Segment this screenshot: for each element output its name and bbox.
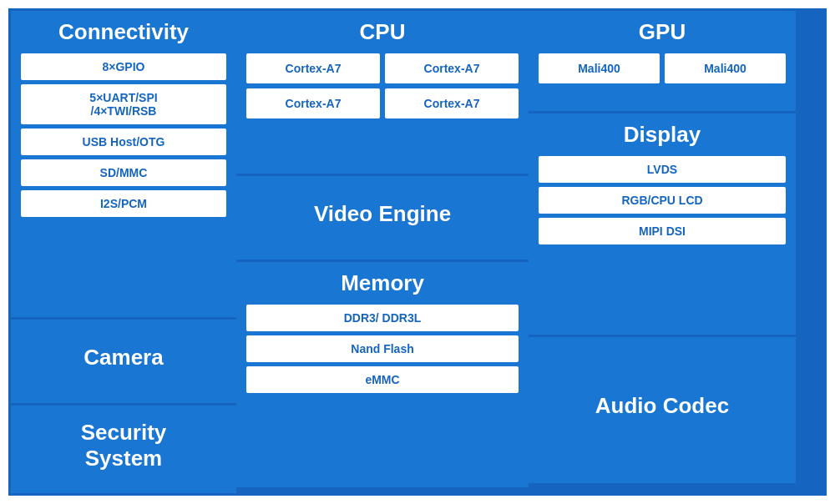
audio-title: Audio Codec — [595, 393, 729, 419]
gpu-item-0: Mali400 — [539, 53, 660, 83]
video-engine-block: Video Engine — [236, 176, 529, 260]
display-item-0: LVDS — [539, 156, 786, 183]
memory-title: Memory — [341, 270, 424, 296]
memory-item-0: DDR3/ DDR3L — [246, 305, 519, 331]
cpu-core-2: Cortex-A7 — [246, 88, 380, 118]
audio-block: Audio Codec — [529, 337, 796, 483]
cpu-block: CPU Cortex-A7 Cortex-A7 Cortex-A7 Cortex… — [236, 11, 529, 174]
connectivity-item-4: I2S/PCM — [21, 190, 226, 217]
gpu-grid: Mali400 Mali400 — [539, 53, 786, 83]
gpu-title: GPU — [639, 19, 686, 45]
connectivity-title: Connectivity — [58, 19, 189, 45]
gpu-item-1: Mali400 — [665, 53, 786, 83]
video-engine-title: Video Engine — [314, 201, 451, 227]
camera-title: Camera — [84, 345, 163, 370]
display-item-1: RGB/CPU LCD — [539, 187, 786, 214]
left-column: Connectivity 8×GPIO 5×UART/SPI /4×TWI/RS… — [11, 11, 236, 493]
display-title: Display — [624, 122, 701, 148]
connectivity-item-3: SD/MMC — [21, 159, 226, 186]
cpu-core-0: Cortex-A7 — [246, 53, 380, 83]
security-block: Security System — [11, 406, 236, 493]
cpu-cores-grid: Cortex-A7 Cortex-A7 Cortex-A7 Cortex-A7 — [246, 53, 519, 118]
connectivity-item-1: 5×UART/SPI /4×TWI/RSB — [21, 84, 226, 124]
connectivity-block: Connectivity 8×GPIO 5×UART/SPI /4×TWI/RS… — [11, 11, 236, 317]
memory-list: DDR3/ DDR3L Nand Flash eMMC — [246, 305, 519, 393]
gpu-block: GPU Mali400 Mali400 — [529, 11, 796, 111]
cpu-core-3: Cortex-A7 — [385, 88, 519, 118]
memory-item-2: eMMC — [246, 366, 519, 393]
security-title: Security System — [81, 420, 167, 471]
connectivity-item-2: USB Host/OTG — [21, 129, 226, 155]
cpu-title: CPU — [360, 19, 406, 45]
memory-block: Memory DDR3/ DDR3L Nand Flash eMMC — [236, 262, 529, 487]
display-item-2: MIPI DSI — [539, 218, 786, 244]
memory-item-1: Nand Flash — [246, 335, 519, 362]
chip-diagram: Connectivity 8×GPIO 5×UART/SPI /4×TWI/RS… — [8, 8, 827, 496]
connectivity-list: 8×GPIO 5×UART/SPI /4×TWI/RSB USB Host/OT… — [21, 53, 226, 217]
display-list: LVDS RGB/CPU LCD MIPI DSI — [539, 156, 786, 244]
display-block: Display LVDS RGB/CPU LCD MIPI DSI — [529, 113, 796, 335]
camera-block: Camera — [11, 320, 236, 403]
cpu-core-1: Cortex-A7 — [385, 53, 519, 83]
right-column: GPU Mali400 Mali400 Display LVDS RGB/CPU… — [529, 11, 796, 493]
connectivity-item-0: 8×GPIO — [21, 53, 226, 80]
middle-column: CPU Cortex-A7 Cortex-A7 Cortex-A7 Cortex… — [236, 11, 529, 493]
